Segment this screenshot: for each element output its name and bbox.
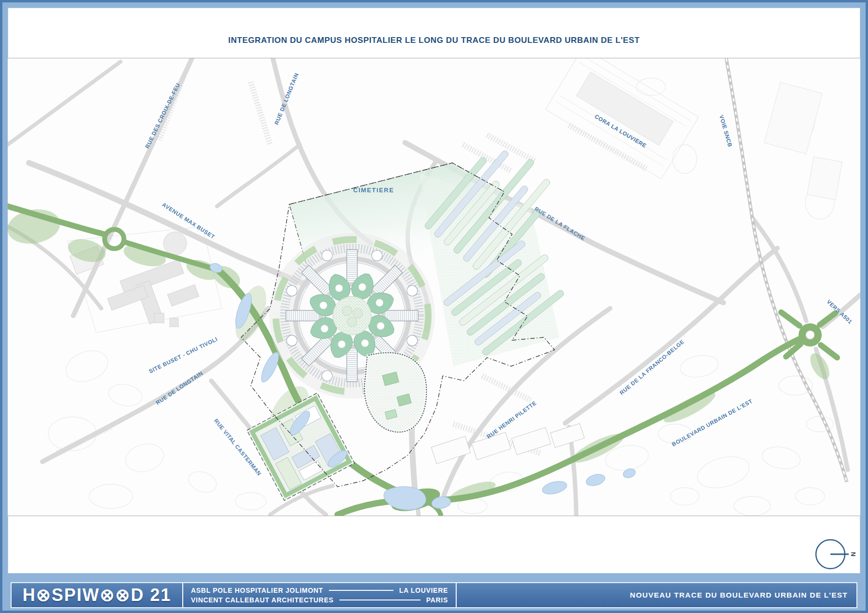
footer-credits: ASBL POLE HOSPITALIER JOLIMONT LA LOUVIE… (183, 583, 457, 607)
north-letter: N (850, 552, 857, 556)
credit-city: LA LOUVIERE (399, 586, 448, 594)
credit-rule (339, 600, 420, 600)
credit-rule (329, 590, 393, 591)
footer-logo: H⊗SPIW⊗⊗D 21 (12, 583, 183, 607)
site-plan-map (8, 58, 860, 516)
credit-row: ASBL POLE HOSPITALIER JOLIMONT LA LOUVIE… (191, 586, 448, 594)
map-label-cimetiere: CIMETIERE (353, 187, 394, 194)
credit-name: ASBL POLE HOSPITALIER JOLIMONT (191, 586, 323, 594)
south-parking (365, 353, 427, 432)
roundabout-east (799, 323, 822, 346)
footer-drawing-title: NOUVEAU TRACE DU BOULEVARD URBAIN DE L'E… (457, 583, 856, 607)
credit-row: VINCENT CALLEBAUT ARCHITECTURES PARIS (191, 596, 448, 604)
footer-bar: H⊗SPIW⊗⊗D 21 ASBL POLE HOSPITALIER JOLIM… (11, 582, 857, 608)
map-border-bottom (8, 516, 860, 516)
credit-name: VINCENT CALLEBAUT ARCHITECTURES (191, 596, 334, 604)
logo-text: H⊗SPIW⊗⊗D 21 (23, 585, 172, 605)
drawing-title: INTEGRATION DU CAMPUS HOSPITALIER LE LON… (0, 36, 868, 45)
credit-city: PARIS (426, 596, 448, 604)
plan-sheet: { "header": { "title": "INTEGRATION DU C… (0, 0, 868, 613)
